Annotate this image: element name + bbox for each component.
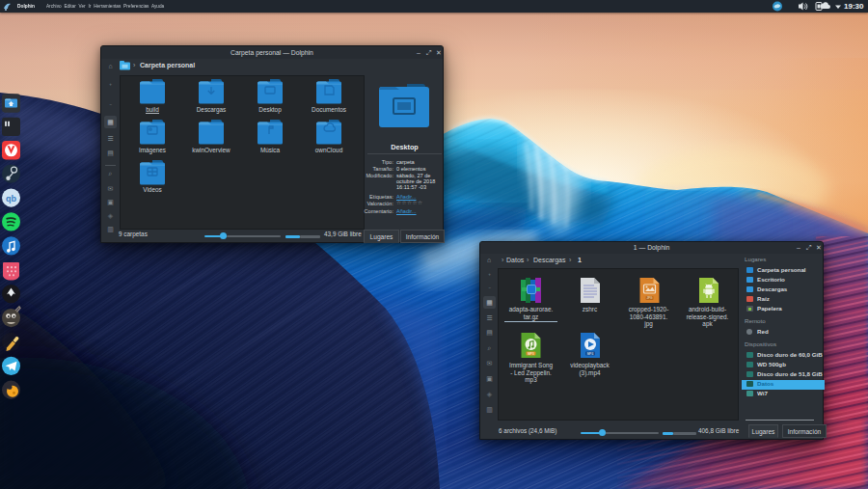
svg-text:qb: qb	[6, 194, 16, 204]
svg-text:MP3: MP3	[528, 352, 534, 356]
svg-text:MP4: MP4	[587, 352, 594, 356]
svg-text:JPG: JPG	[646, 296, 653, 300]
